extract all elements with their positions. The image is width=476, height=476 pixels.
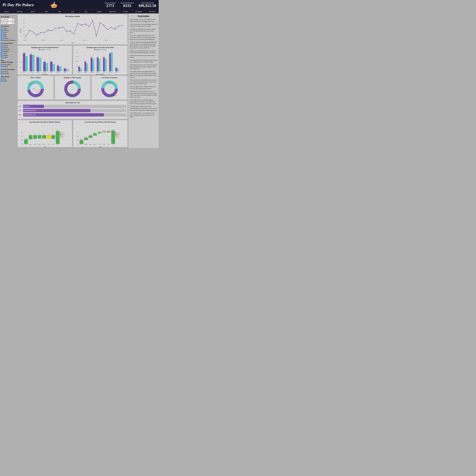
day-cb-wednesday[interactable] bbox=[1, 49, 2, 50]
insight-point-9: • The weekly sales see that midweek sale… bbox=[130, 70, 157, 78]
flavour-cb-blueberry[interactable] bbox=[1, 30, 2, 31]
organic-cb-non-organic[interactable] bbox=[1, 64, 2, 65]
svg-text:$17K: $17K bbox=[105, 60, 107, 61]
date-end-input[interactable]: 30/11/2021 📅 bbox=[1, 21, 15, 24]
store-cb-pre-order[interactable] bbox=[1, 73, 2, 74]
flavour-chart-svg: 0K 1K 2K 2.1K $20K 1.9K $21K bbox=[18, 51, 71, 73]
waterfall-2020-svg: $40K $42K $44K $45K $38.8K 2020 $2.6K bbox=[74, 123, 126, 145]
month-tab-january[interactable]: January bbox=[0, 10, 13, 14]
month-tab-may[interactable]: May bbox=[53, 10, 66, 14]
calendar-icon[interactable]: 📅 bbox=[12, 19, 14, 20]
svg-rect-80 bbox=[64, 68, 66, 71]
slice-cb-slice[interactable] bbox=[1, 78, 2, 80]
store-cb-in-store[interactable] bbox=[1, 71, 2, 72]
month-tab-june[interactable]: June bbox=[66, 10, 80, 14]
flavour-cb-strawberry-rhubarb[interactable] bbox=[1, 40, 2, 41]
flavour-item-pumpkin: Pumpkin bbox=[1, 37, 16, 39]
svg-text:$12K: $12K bbox=[46, 65, 48, 66]
row3-charts: Slice vs Whole 1.32K (47.49%) 1.46K (52.… bbox=[17, 76, 128, 100]
svg-text:Strawberry Rhubarb: Strawberry Rhubarb bbox=[28, 72, 34, 73]
svg-text:Decrease: Decrease bbox=[117, 134, 120, 135]
calendar-icon-2[interactable]: 📅 bbox=[12, 22, 14, 24]
svg-point-47 bbox=[122, 25, 123, 26]
svg-text:1.0K: 1.0K bbox=[44, 61, 46, 62]
svg-rect-163 bbox=[24, 139, 28, 144]
flavour-cb-pumpkin[interactable] bbox=[1, 38, 2, 39]
month-tab-april[interactable]: April bbox=[40, 10, 53, 14]
svg-text:$4K: $4K bbox=[39, 134, 40, 135]
date-start-input[interactable]: 11/06/2019 📅 bbox=[1, 18, 15, 21]
svg-text:$20K: $20K bbox=[21, 140, 23, 140]
organic-cb-organic[interactable] bbox=[1, 66, 2, 67]
month-tab-march[interactable]: March bbox=[26, 10, 40, 14]
svg-text:$1K: $1K bbox=[67, 69, 68, 70]
svg-text:0.3K: 0.3K bbox=[64, 68, 66, 68]
svg-rect-191 bbox=[60, 136, 61, 136]
day-cb-saturday[interactable] bbox=[1, 55, 2, 56]
flavour-chart-container: 0K 1K 2K 2.1K $20K 1.9K $21K bbox=[18, 51, 71, 74]
month-tab-february[interactable]: February bbox=[13, 10, 27, 14]
month-tab-september[interactable]: September bbox=[106, 10, 119, 14]
flavour-cb-cherry[interactable] bbox=[1, 32, 2, 33]
svg-text:Fudge: Fudge bbox=[103, 144, 105, 145]
svg-text:223: 223 bbox=[114, 28, 116, 29]
pie-icon: 🥧 bbox=[50, 1, 58, 8]
date-start-value: 11/06/2019 bbox=[2, 19, 8, 20]
day-cb-friday[interactable] bbox=[1, 53, 2, 54]
svg-text:$20K: $20K bbox=[26, 55, 28, 56]
pies-label: Total # of Pies Sold bbox=[120, 2, 134, 3]
month-tab-july[interactable]: July bbox=[79, 10, 93, 14]
svg-point-19 bbox=[44, 32, 45, 33]
month-tab-november[interactable]: November bbox=[132, 10, 146, 14]
flavour-cb-fudge[interactable] bbox=[1, 34, 2, 35]
svg-text:Pre-Order: Pre-Order bbox=[107, 81, 112, 82]
svg-text:$2.6K: $2.6K bbox=[85, 136, 87, 137]
hbar-title: Sales Made Per Year bbox=[18, 102, 126, 103]
svg-text:Jan 2021: Jan 2021 bbox=[82, 40, 86, 41]
insight-point-2: • December recorded the fewest number of… bbox=[130, 28, 157, 34]
svg-point-46 bbox=[118, 26, 119, 26]
flavour-item-fudge: Fudge bbox=[1, 34, 16, 35]
svg-rect-189 bbox=[60, 134, 61, 135]
svg-text:0: 0 bbox=[76, 70, 77, 72]
day-cb-sunday[interactable] bbox=[1, 57, 2, 58]
day-cb-thursday[interactable] bbox=[1, 51, 2, 52]
donut-organic-title: Organic vs Non-Organic bbox=[56, 77, 90, 78]
svg-text:1.0K: 1.0K bbox=[51, 61, 52, 62]
svg-text:1.5K: 1.5K bbox=[37, 56, 39, 57]
svg-text:$11K: $11K bbox=[53, 66, 54, 66]
line-chart-box: Pies Sold per Month Quantity 0 100 200 3… bbox=[17, 14, 128, 45]
month-tab-october[interactable]: October bbox=[119, 10, 132, 14]
day-cb-tuesday[interactable] bbox=[1, 47, 2, 48]
month-tab-august[interactable]: August bbox=[93, 10, 106, 14]
day-cb-monday[interactable] bbox=[1, 45, 2, 46]
waterfall-2019-container: $10K $20K $30K $40K $12K 2019 bbox=[18, 123, 71, 146]
dow-legend: Quantity Cost bbox=[74, 49, 126, 51]
day-item-saturday: Saturday bbox=[1, 54, 16, 56]
svg-text:In-Store: In-Store bbox=[111, 94, 115, 95]
svg-text:$38.8K: $38.8K bbox=[80, 139, 83, 140]
svg-point-16 bbox=[36, 35, 37, 35]
svg-point-38 bbox=[96, 36, 97, 36]
svg-text:$4K: $4K bbox=[43, 134, 45, 135]
month-navigation: JanuaryFebruaryMarchAprilMayJuneJulyAugu… bbox=[0, 10, 159, 14]
month-tab-december[interactable]: December bbox=[146, 10, 159, 14]
amount-value: $96,922.50 bbox=[138, 3, 156, 8]
hbar-container: 2019 $11,782.50 2020 $38,820.00 (329.47%… bbox=[18, 104, 126, 118]
flavour-cb-apple[interactable] bbox=[1, 28, 2, 29]
svg-text:2.1K: 2.1K bbox=[23, 52, 25, 53]
svg-text:1000: 1000 bbox=[76, 61, 78, 62]
waterfall-2020-container: $40K $42K $44K $45K $38.8K 2020 $2.6K bbox=[74, 123, 126, 146]
svg-text:Other: Other bbox=[108, 144, 110, 145]
svg-text:Increase: Increase bbox=[62, 133, 65, 134]
svg-text:Tuesday: Tuesday bbox=[84, 72, 87, 73]
app-title: Pi Day Pie Palace bbox=[2, 2, 48, 7]
svg-text:Saturday: Saturday bbox=[108, 72, 112, 73]
svg-rect-228 bbox=[116, 134, 117, 135]
content-area: Pies Sold per Month Quantity 0 100 200 3… bbox=[17, 14, 128, 148]
svg-text:$44K: $44K bbox=[77, 136, 79, 137]
flavour-cb-other[interactable] bbox=[1, 36, 2, 37]
svg-point-30 bbox=[74, 34, 74, 34]
slice-cb-whole[interactable] bbox=[1, 80, 2, 82]
donut-slice-title: Slice vs Whole bbox=[18, 77, 52, 78]
